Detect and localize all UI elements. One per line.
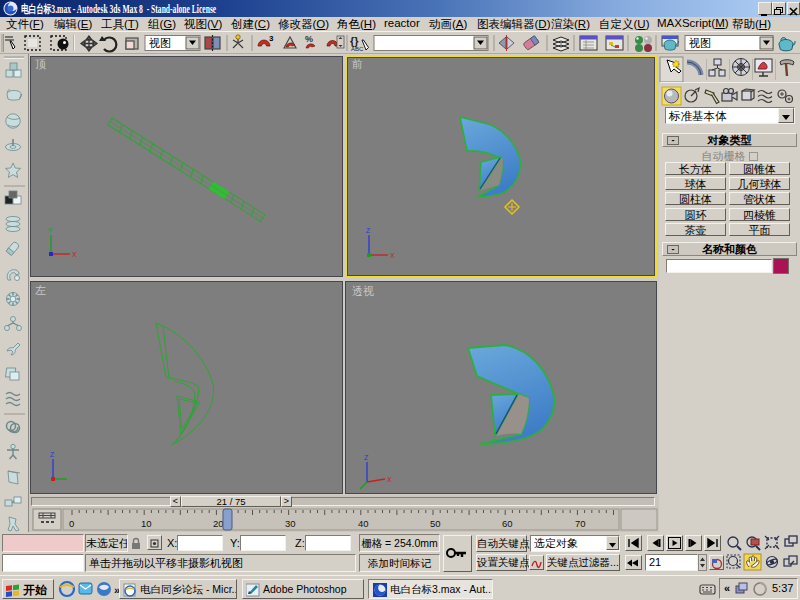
svg-text:顶: 顶 [35,58,46,70]
svg-text:%: % [305,34,313,44]
svg-text:0: 0 [69,518,74,529]
svg-text:Y: Y [48,227,53,234]
svg-text:Z: Z [50,451,55,458]
svg-text:60: 60 [502,518,513,529]
svg-text:前: 前 [351,58,363,70]
svg-text:40: 40 [358,518,369,529]
svg-text:20: 20 [213,518,224,529]
svg-text:X: X [387,476,392,483]
svg-text:X: X [390,252,395,259]
svg-text:ABC: ABC [351,46,364,52]
svg-text:视图: 视图 [689,37,711,49]
svg-text:Z: Z [364,454,369,461]
svg-text:70: 70 [575,518,586,529]
svg-text:透视: 透视 [352,285,374,297]
svg-text:Z: Z [366,227,371,234]
svg-text:3: 3 [269,34,274,43]
svg-text:视图: 视图 [149,37,171,49]
svg-text:50: 50 [430,518,441,529]
svg-text:30: 30 [285,518,296,529]
svg-text:10: 10 [141,518,152,529]
svg-text:左: 左 [35,284,46,296]
svg-text:X: X [72,251,77,258]
